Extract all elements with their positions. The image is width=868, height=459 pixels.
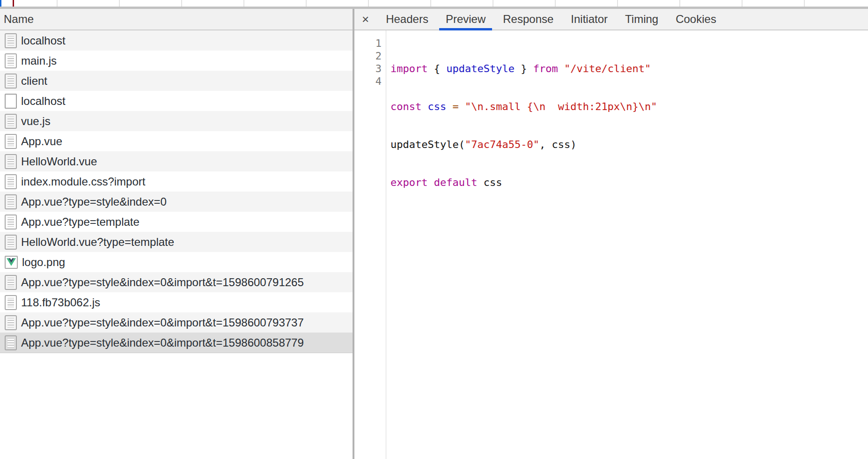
name-column-header[interactable]: Name	[0, 9, 353, 30]
tab-cookies[interactable]: Cookies	[669, 9, 723, 30]
request-row-app-vue-style-import-1[interactable]: App.vue?type=style&index=0&import&t=1598…	[0, 272, 353, 292]
request-row-main-js[interactable]: main.js	[0, 51, 353, 71]
request-row-logo-png[interactable]: logo.png	[0, 252, 353, 272]
request-row-helloworld-template[interactable]: HelloWorld.vue?type=template	[0, 232, 353, 252]
document-icon	[5, 275, 17, 290]
request-row-index-module-css[interactable]: index.module.css?import	[0, 171, 353, 192]
tab-preview[interactable]: Preview	[439, 9, 492, 30]
document-icon	[5, 235, 17, 250]
document-icon	[5, 315, 17, 330]
vue-logo-image-icon	[5, 256, 18, 269]
name-column-label: Name	[4, 13, 34, 26]
request-row-localhost-ws[interactable]: localhost	[0, 91, 353, 111]
request-row-app-vue[interactable]: App.vue	[0, 131, 353, 151]
network-panel: Name localhost main.js client localhost …	[0, 9, 868, 459]
code-line-2: const css = "\n.small {\n width:21px\n}\…	[390, 100, 657, 113]
request-row-app-vue-template[interactable]: App.vue?type=template	[0, 212, 353, 232]
network-request-list: localhost main.js client localhost vue.j…	[0, 30, 353, 353]
line-number-gutter: 1 2 3 4	[354, 30, 386, 459]
request-row-app-vue-style-import-2[interactable]: App.vue?type=style&index=0&import&t=1598…	[0, 312, 353, 333]
code-line-3: updateStyle("7ac74a55-0", css)	[390, 138, 657, 151]
code-line-1: import { updateStyle } from "/vite/clien…	[390, 62, 657, 75]
tab-initiator[interactable]: Initiator	[564, 9, 614, 30]
detail-tab-bar: × Headers Preview Response Initiator Tim…	[354, 9, 868, 30]
document-icon	[5, 154, 17, 169]
document-icon	[5, 215, 17, 230]
document-icon	[5, 335, 17, 350]
line-number: 1	[354, 37, 382, 50]
request-row-localhost[interactable]: localhost	[0, 30, 353, 51]
document-icon	[5, 53, 17, 68]
request-row-app-vue-style[interactable]: App.vue?type=style&index=0	[0, 192, 353, 212]
line-number: 2	[354, 50, 382, 62]
request-row-helloworld-vue[interactable]: HelloWorld.vue	[0, 151, 353, 171]
blank-document-icon	[5, 94, 17, 109]
document-icon	[5, 174, 17, 189]
request-row-client[interactable]: client	[0, 71, 353, 91]
domcontentloaded-marker	[0, 0, 1, 7]
document-icon	[5, 114, 17, 129]
network-overview-timeline[interactable]	[0, 0, 868, 7]
document-icon	[5, 74, 17, 89]
preview-code-viewer: 1 2 3 4 import { updateStyle } from "/vi…	[354, 30, 868, 459]
request-row-vue-js[interactable]: vue.js	[0, 111, 353, 131]
request-row-chunk-js[interactable]: 118.fb73b062.js	[0, 292, 353, 312]
document-icon	[5, 194, 17, 209]
line-number: 3	[354, 62, 382, 75]
line-number: 4	[354, 75, 382, 88]
code-line-4: export default css	[390, 176, 657, 189]
request-list-panel: Name localhost main.js client localhost …	[0, 9, 353, 459]
document-icon	[5, 295, 17, 310]
close-icon[interactable]: ×	[362, 13, 369, 25]
request-row-app-vue-style-import-3-selected[interactable]: App.vue?type=style&index=0&import&t=1598…	[0, 333, 353, 353]
document-icon	[5, 134, 17, 149]
load-event-marker	[13, 0, 14, 7]
tab-response[interactable]: Response	[496, 9, 560, 30]
document-icon	[5, 33, 17, 48]
request-detail-panel: × Headers Preview Response Initiator Tim…	[354, 9, 868, 459]
code-content: import { updateStyle } from "/vite/clien…	[386, 30, 657, 459]
tab-headers[interactable]: Headers	[379, 9, 435, 30]
tab-timing[interactable]: Timing	[618, 9, 665, 30]
